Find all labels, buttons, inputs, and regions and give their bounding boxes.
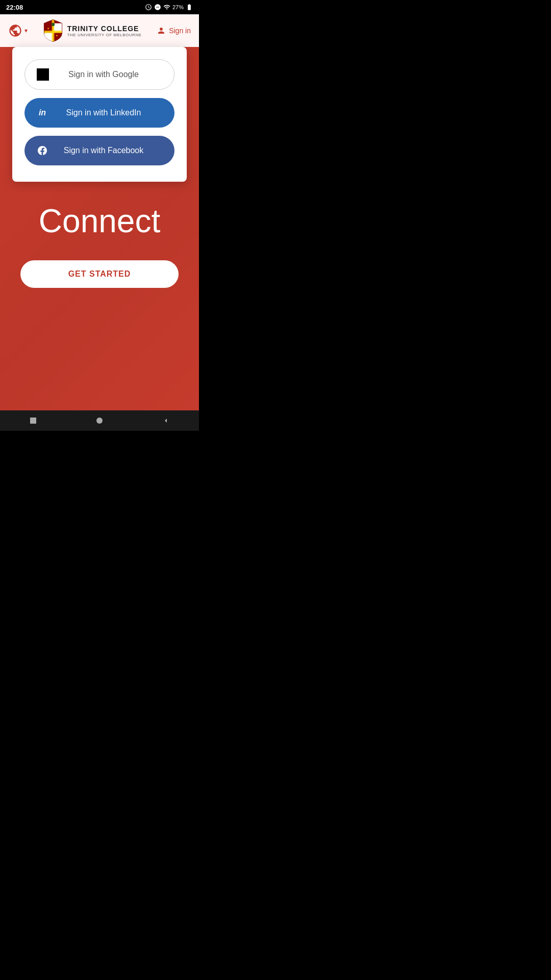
- facebook-icon: [35, 143, 50, 158]
- get-started-button[interactable]: GET STARTED: [20, 260, 179, 288]
- hero-title: Connect: [39, 202, 160, 240]
- chevron-down-icon: ▾: [24, 27, 28, 34]
- college-name-main: TRINITY COLLEGE: [67, 24, 142, 33]
- svg-text:✦: ✦: [55, 34, 58, 37]
- header-signin-label: Sign in: [169, 27, 191, 35]
- signal-icon: [163, 4, 170, 11]
- nav-home-button[interactable]: [94, 415, 105, 426]
- main-wrapper: ▾: [0, 14, 199, 410]
- shield-icon: ✦ ✦: [43, 18, 63, 43]
- svg-marker-12: [165, 419, 167, 423]
- svg-rect-10: [30, 418, 36, 424]
- language-selector[interactable]: ▾: [8, 23, 28, 38]
- circle-icon: [95, 416, 104, 425]
- alarm-icon: [145, 4, 152, 11]
- app-header: ▾: [0, 14, 199, 47]
- nav-square-button[interactable]: [28, 415, 38, 426]
- facebook-signin-button[interactable]: Sign in with Facebook: [24, 136, 174, 165]
- google-signin-button[interactable]: Sign in with Google: [24, 59, 174, 90]
- globe-icon: [8, 23, 22, 38]
- dnd-icon: [154, 4, 161, 11]
- header-signin-button[interactable]: Sign in: [157, 26, 191, 35]
- google-logo-svg: [37, 68, 49, 81]
- svg-rect-5: [44, 31, 62, 33]
- college-name-sub: THE UNIVERSITY OF MELBOURNE: [67, 33, 142, 37]
- google-icon: [35, 67, 51, 82]
- square-icon: [29, 416, 37, 425]
- svg-point-11: [96, 418, 103, 424]
- svg-rect-9: [37, 68, 49, 81]
- linkedin-icon: in: [35, 105, 50, 120]
- linkedin-signin-label: Sign in with LinkedIn: [58, 108, 149, 117]
- back-arrow-icon: [162, 416, 170, 425]
- person-icon: [157, 26, 166, 35]
- battery-icon: [186, 4, 193, 11]
- facebook-signin-label: Sign in with Facebook: [58, 146, 149, 155]
- svg-point-6: [51, 23, 54, 26]
- college-logo: ✦ ✦ TRINITY COLLEGE THE UNIVERSITY OF ME…: [43, 18, 142, 43]
- signin-dropdown-card: Sign in with Google in Sign in with Link…: [12, 47, 187, 182]
- svg-text:✦: ✦: [47, 27, 49, 30]
- nav-back-button[interactable]: [161, 415, 171, 426]
- status-bar: 22:08 27%: [0, 0, 199, 14]
- linkedin-signin-button[interactable]: in Sign in with LinkedIn: [24, 98, 174, 128]
- status-time: 22:08: [6, 4, 23, 11]
- status-icons: 27%: [145, 4, 193, 11]
- hero-section: Connect GET STARTED: [0, 182, 199, 288]
- college-name-block: TRINITY COLLEGE THE UNIVERSITY OF MELBOU…: [67, 24, 142, 37]
- bottom-nav-bar: [0, 410, 199, 431]
- google-signin-label: Sign in with Google: [59, 70, 148, 79]
- battery-text: 27%: [172, 4, 184, 10]
